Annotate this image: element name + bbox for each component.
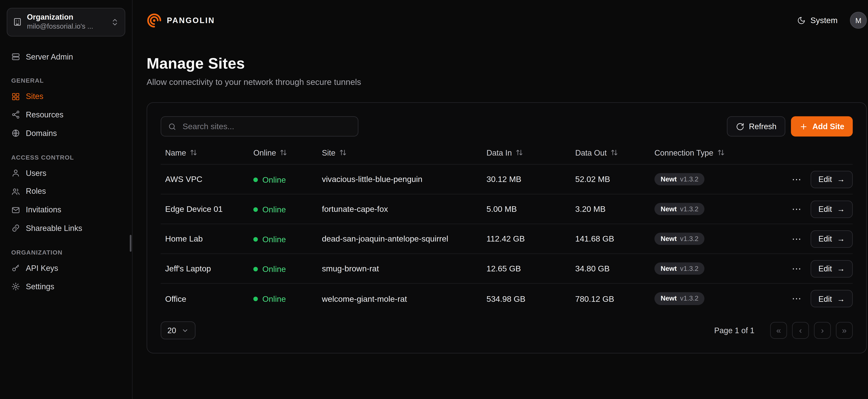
edit-label: Edit (818, 205, 832, 214)
page-size-select[interactable]: 20 (161, 321, 195, 339)
edit-button[interactable]: Edit→ (810, 171, 853, 188)
column-header-data-in[interactable]: Data In (482, 148, 570, 157)
row-menu-button[interactable]: ⋯ (785, 173, 808, 185)
column-header-name[interactable]: Name (161, 148, 249, 157)
gear-icon (11, 282, 20, 291)
sidebar-item-roles[interactable]: Roles (7, 182, 125, 201)
column-label: Data In (487, 148, 512, 157)
first-page-button[interactable]: « (770, 322, 787, 339)
edit-label: Edit (818, 175, 832, 184)
last-page-button[interactable]: » (836, 322, 853, 339)
brand[interactable]: PANGOLIN (147, 13, 215, 28)
online-dot-icon (253, 267, 258, 271)
sites-card: Refresh Add Site Name (147, 102, 867, 353)
site-tunnel-name: welcome-giant-mole-rat (317, 294, 482, 303)
online-label: Online (262, 175, 286, 184)
chevrons-left-icon: « (776, 326, 781, 334)
card-footer: 20 Page 1 of 1 « ‹ › » (161, 321, 853, 339)
online-status: Online (253, 295, 286, 304)
sidebar-item-shareable-links[interactable]: Shareable Links (7, 219, 125, 238)
next-page-button[interactable]: › (814, 322, 831, 339)
building-icon (13, 18, 22, 27)
column-header-data-out[interactable]: Data Out (571, 148, 650, 157)
sidebar-item-sites[interactable]: Sites (7, 87, 125, 106)
table-row: Jeff's Laptop Online smug-brown-rat 12.6… (161, 254, 853, 284)
row-menu-button[interactable]: ⋯ (785, 203, 808, 215)
sidebar-item-label: Resources (26, 110, 64, 120)
org-selector[interactable]: Organization milo@fossorial.io's ... (7, 8, 125, 36)
sidebar-item-label: Server Admin (26, 52, 73, 61)
moon-icon (797, 16, 806, 25)
search-box[interactable] (161, 116, 358, 136)
column-label: Online (253, 148, 276, 157)
page-size-value: 20 (167, 326, 176, 335)
server-icon (11, 52, 20, 61)
edit-button[interactable]: Edit→ (810, 201, 853, 218)
topbar: PANGOLIN System M (147, 0, 867, 40)
ellipsis-icon: ⋯ (792, 233, 801, 245)
sidebar-item-domains[interactable]: Domains (7, 124, 125, 143)
app: Organization milo@fossorial.io's ... Ser… (0, 0, 868, 399)
sidebar-item-label: Domains (26, 129, 57, 138)
site-tunnel-name: vivacious-little-blue-penguin (317, 175, 482, 184)
sidebar-scrollbar[interactable] (130, 235, 131, 252)
column-header-connection-type[interactable]: Connection Type (650, 148, 785, 157)
row-menu-button[interactable]: ⋯ (785, 293, 808, 305)
column-label: Connection Type (654, 148, 713, 157)
theme-toggle[interactable]: System (797, 16, 838, 25)
pangolin-logo-icon (147, 13, 162, 28)
site-name: Edge Device 01 (161, 205, 249, 214)
main-content: PANGOLIN System M Manage Sites Allow con… (133, 0, 868, 399)
theme-label: System (810, 16, 837, 25)
column-label: Data Out (575, 148, 607, 157)
row-menu-button[interactable]: ⋯ (785, 263, 808, 275)
column-label: Site (322, 148, 335, 157)
connection-type-badge: Newtv1.3.2 (654, 293, 705, 305)
online-label: Online (262, 264, 286, 273)
refresh-icon (736, 122, 745, 131)
add-site-button[interactable]: Add Site (791, 116, 853, 136)
sidebar-item-server-admin[interactable]: Server Admin (7, 48, 125, 66)
column-header-online[interactable]: Online (249, 148, 317, 157)
arrow-right-icon: → (837, 175, 845, 183)
chevron-left-icon: ‹ (799, 326, 802, 334)
sidebar-item-label: Users (26, 168, 46, 178)
sidebar-item-resources[interactable]: Resources (7, 106, 125, 124)
site-name: AWS VPC (161, 175, 249, 184)
edit-button[interactable]: Edit→ (810, 260, 853, 277)
edit-button[interactable]: Edit→ (810, 290, 853, 307)
row-menu-button[interactable]: ⋯ (785, 233, 808, 245)
sidebar-item-label: Invitations (26, 205, 61, 215)
edit-label: Edit (818, 234, 832, 243)
online-status: Online (253, 235, 286, 244)
data-out-value: 34.80 GB (571, 264, 650, 273)
sidebar-item-label: Roles (26, 187, 46, 196)
arrow-right-icon: → (837, 265, 845, 272)
edit-button[interactable]: Edit→ (810, 230, 853, 247)
online-dot-icon (253, 207, 258, 212)
column-header-site[interactable]: Site (317, 148, 482, 157)
connection-type-badge: Newtv1.3.2 (654, 203, 705, 215)
edit-label: Edit (818, 264, 832, 273)
sidebar-item-invitations[interactable]: Invitations (7, 201, 125, 219)
ellipsis-icon: ⋯ (792, 203, 801, 215)
pagination: Page 1 of 1 « ‹ › » (714, 322, 853, 339)
sidebar: Organization milo@fossorial.io's ... Ser… (0, 0, 133, 399)
site-name: Jeff's Laptop (161, 264, 249, 273)
online-status: Online (253, 205, 286, 214)
search-input[interactable] (181, 121, 351, 131)
brand-name: PANGOLIN (167, 16, 215, 25)
sidebar-item-api-keys[interactable]: API Keys (7, 259, 125, 277)
sidebar-item-users[interactable]: Users (7, 164, 125, 182)
site-name: Home Lab (161, 234, 249, 243)
org-title: Organization (27, 13, 105, 22)
previous-page-button[interactable]: ‹ (792, 322, 809, 339)
online-dot-icon (253, 177, 258, 182)
avatar[interactable]: M (850, 12, 867, 29)
online-dot-icon (253, 237, 258, 241)
refresh-button[interactable]: Refresh (727, 116, 785, 136)
online-status: Online (253, 175, 286, 184)
data-out-value: 52.02 MB (571, 175, 650, 184)
page-subtitle: Allow connectivity to your network throu… (147, 77, 867, 87)
sidebar-item-settings[interactable]: Settings (7, 277, 125, 296)
